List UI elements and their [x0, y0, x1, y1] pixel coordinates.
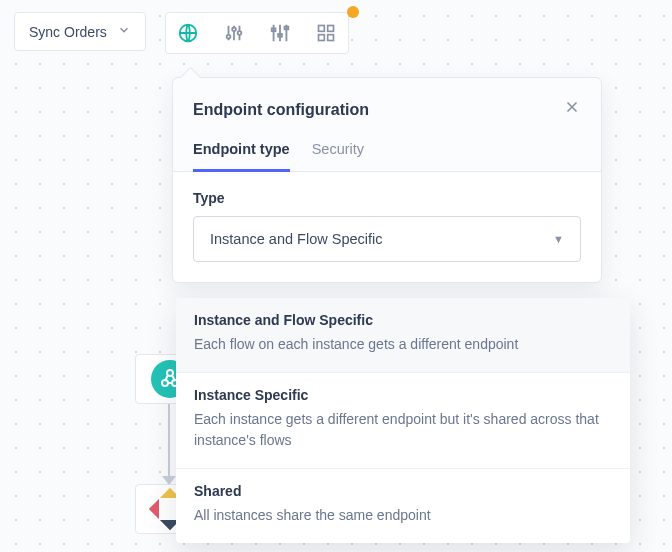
- svg-rect-10: [319, 26, 325, 32]
- svg-point-6: [238, 31, 242, 35]
- dropdown-option-desc: Each instance gets a different endpoint …: [194, 409, 612, 450]
- type-select-value: Instance and Flow Specific: [210, 231, 382, 247]
- dropdown-option-instance-flow[interactable]: Instance and Flow Specific Each flow on …: [176, 298, 630, 372]
- panel-tabs: Endpoint type Security: [173, 131, 601, 172]
- svg-rect-12: [319, 35, 325, 41]
- type-dropdown-menu: Instance and Flow Specific Each flow on …: [176, 298, 630, 543]
- dropdown-option-shared[interactable]: Shared All instances share the same endp…: [176, 468, 630, 543]
- unsaved-indicator-icon: [347, 6, 359, 18]
- type-field-label: Type: [193, 190, 581, 206]
- canvas-toolbar: [165, 12, 349, 54]
- dropdown-option-desc: All instances share the same endpoint: [194, 505, 612, 525]
- endpoint-config-panel: Endpoint configuration Endpoint type Sec…: [172, 77, 602, 283]
- svg-point-5: [232, 28, 236, 32]
- dropdown-option-instance[interactable]: Instance Specific Each instance gets a d…: [176, 372, 630, 468]
- caret-down-icon: ▼: [553, 233, 564, 245]
- dropdown-option-desc: Each flow on each instance gets a differ…: [194, 334, 612, 354]
- toolbar-sliders-button[interactable]: [220, 19, 248, 47]
- tab-endpoint-type[interactable]: Endpoint type: [193, 141, 290, 172]
- toolbar-grid-button[interactable]: [312, 19, 340, 47]
- svg-point-4: [227, 35, 231, 39]
- flow-selector-chip[interactable]: Sync Orders: [14, 12, 146, 51]
- tab-security[interactable]: Security: [312, 141, 364, 171]
- panel-title: Endpoint configuration: [193, 101, 369, 119]
- svg-rect-13: [328, 35, 334, 41]
- svg-rect-11: [328, 26, 334, 32]
- dropdown-option-title: Shared: [194, 483, 612, 499]
- dropdown-option-title: Instance Specific: [194, 387, 612, 403]
- flow-selector-label: Sync Orders: [29, 24, 107, 40]
- type-select[interactable]: Instance and Flow Specific ▼: [193, 216, 581, 262]
- chevron-down-icon: [117, 23, 131, 40]
- dropdown-option-title: Instance and Flow Specific: [194, 312, 612, 328]
- toolbar-equalizer-button[interactable]: [266, 19, 294, 47]
- flow-connector: [168, 404, 170, 484]
- toolbar-globe-button[interactable]: [174, 19, 202, 47]
- close-button[interactable]: [563, 98, 581, 121]
